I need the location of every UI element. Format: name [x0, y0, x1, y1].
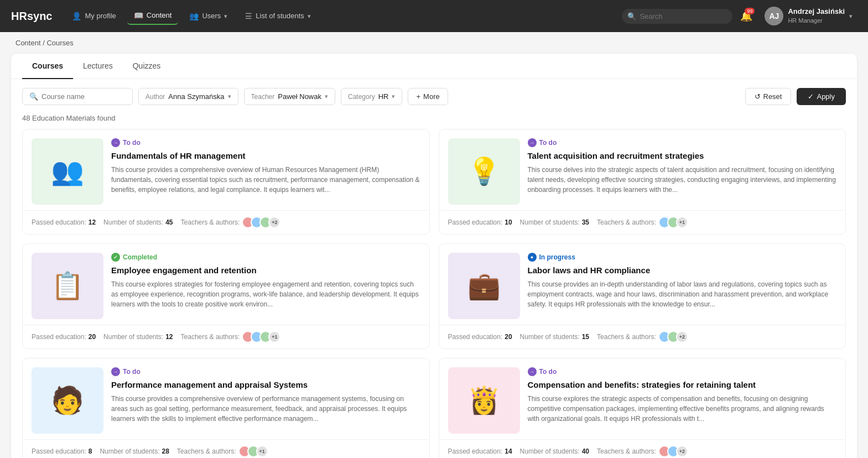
users-chevron-icon: ▾	[224, 13, 227, 20]
num-students-stat: Number of students: 45	[103, 218, 173, 226]
status-icon: ✓	[111, 253, 120, 262]
author-filter[interactable]: Author Anna Szymańska ▾	[138, 88, 238, 105]
category-chevron-icon: ▾	[392, 93, 395, 100]
course-footer: Passed education: 8 Number of students: …	[23, 439, 429, 458]
course-footer: Passed education: 12 Number of students:…	[23, 210, 429, 234]
status-label: In progress	[539, 253, 575, 261]
num-students-value: 35	[582, 218, 589, 226]
nav-content[interactable]: 📖 Content	[127, 8, 179, 25]
passed-education-value: 20	[89, 333, 96, 341]
course-card[interactable]: 💼 ● In progress Labor laws and HR compli…	[439, 243, 846, 349]
course-card[interactable]: 👸 → To do Compensation and benefits: str…	[439, 358, 846, 458]
avatar-plus: +1	[256, 445, 268, 457]
course-thumbnail: 🧑	[32, 367, 103, 434]
teachers-avatars: +2	[658, 331, 688, 343]
course-title: Performance management and appraisal Sys…	[111, 379, 420, 391]
passed-education-value: 14	[505, 447, 512, 455]
content-icon: 📖	[134, 11, 143, 20]
results-count: 48 Education Materials found	[11, 114, 857, 129]
status-label: To do	[539, 368, 557, 376]
teacher-filter[interactable]: Teacher Paweł Nowak ▾	[244, 88, 335, 105]
navbar: HRsync 👤 My profile 📖 Content 👥 Users ▾ …	[0, 0, 868, 32]
breadcrumb-root[interactable]: Content	[15, 39, 41, 47]
reset-icon: ↺	[755, 92, 761, 101]
teacher-filter-label: Teacher	[251, 93, 275, 101]
course-thumbnail: 💼	[448, 253, 520, 319]
reset-button[interactable]: ↺ Reset	[745, 88, 792, 105]
status-icon: →	[528, 367, 537, 376]
user-role: HR Manager	[788, 17, 845, 24]
num-students-label: Number of students:	[100, 447, 159, 455]
breadcrumb: Content / Courses	[0, 32, 868, 54]
teachers-avatars: +1	[238, 445, 268, 457]
status-label: To do	[123, 139, 141, 147]
apply-button[interactable]: ✓ Apply	[797, 88, 846, 105]
course-thumbnail: 👥	[32, 138, 103, 205]
main-card: Courses Lectures Quizzes 🔍 Author Anna S…	[11, 54, 857, 458]
course-card[interactable]: 💡 → To do Talent acquisition and recruit…	[439, 129, 846, 235]
user-menu[interactable]: AJ Andrzej Jasiński HR Manager ▾	[760, 4, 857, 28]
search-input[interactable]	[622, 9, 732, 24]
course-card[interactable]: 🧑 → To do Performance management and app…	[22, 358, 430, 458]
course-card-body: 💼 ● In progress Labor laws and HR compli…	[439, 244, 846, 325]
logo: HRsync	[11, 10, 52, 23]
teachers-authors-label: Teachers & authors:	[177, 447, 236, 455]
course-status: → To do	[111, 367, 420, 376]
more-filters-button[interactable]: + More	[408, 88, 448, 105]
filters-bar: 🔍 Author Anna Szymańska ▾ Teacher Paweł …	[11, 79, 857, 114]
course-footer: Passed education: 20 Number of students:…	[439, 325, 846, 348]
course-thumbnail: 📋	[32, 253, 103, 319]
category-filter-value: HR	[378, 92, 389, 101]
num-students-stat: Number of students: 28	[100, 447, 169, 455]
user-chevron-icon: ▾	[849, 13, 853, 20]
teachers-authors-stat: Teachers & authors: +1	[177, 445, 268, 457]
course-title: Compensation and benefits: strategies fo…	[528, 379, 837, 391]
course-card[interactable]: 📋 ✓ Completed Employee engagement and re…	[22, 243, 430, 349]
course-title: Employee engagement and retention	[111, 265, 420, 276]
notification-bell[interactable]: 🔔 99	[737, 7, 756, 25]
num-students-label: Number of students:	[103, 333, 163, 341]
num-students-value: 15	[582, 333, 589, 341]
students-chevron-icon: ▾	[308, 13, 311, 20]
teachers-authors-label: Teachers & authors:	[597, 218, 656, 226]
user-icon: 👤	[72, 12, 81, 20]
passed-education-label: Passed education:	[448, 447, 503, 455]
search-input[interactable]	[41, 92, 119, 101]
passed-education-stat: Passed education: 12	[32, 218, 96, 226]
num-students-value: 12	[165, 333, 173, 341]
tab-courses[interactable]: Courses	[22, 54, 73, 79]
num-students-value: 28	[162, 447, 169, 455]
passed-education-label: Passed education:	[32, 447, 86, 455]
num-students-stat: Number of students: 15	[520, 333, 589, 341]
teachers-authors-stat: Teachers & authors: +1	[181, 331, 281, 343]
num-students-stat: Number of students: 12	[103, 333, 173, 341]
tab-lectures[interactable]: Lectures	[73, 54, 123, 79]
avatar-plus: +2	[676, 445, 688, 457]
nav-my-profile[interactable]: 👤 My profile	[65, 8, 122, 24]
course-name-search[interactable]: 🔍	[22, 88, 133, 105]
course-card-body: 💡 → To do Talent acquisition and recruit…	[439, 129, 846, 210]
course-info: → To do Talent acquisition and recruitme…	[528, 138, 837, 205]
course-card-body: 👸 → To do Compensation and benefits: str…	[439, 358, 846, 439]
author-chevron-icon: ▾	[228, 93, 231, 100]
course-info: ● In progress Labor laws and HR complian…	[528, 253, 837, 319]
status-icon: →	[111, 138, 120, 147]
course-thumbnail: 💡	[448, 138, 520, 205]
nav-users[interactable]: 👥 Users ▾	[183, 8, 234, 24]
nav-list-of-students[interactable]: ☰ List of students ▾	[238, 8, 317, 24]
category-filter[interactable]: Category HR ▾	[341, 88, 402, 105]
num-students-label: Number of students:	[103, 218, 163, 226]
author-filter-value: Anna Szymańska	[168, 92, 224, 101]
teachers-authors-label: Teachers & authors:	[597, 447, 656, 455]
passed-education-stat: Passed education: 20	[32, 333, 96, 341]
course-card[interactable]: 👥 → To do Fundamentals of HR management …	[22, 129, 430, 235]
passed-education-value: 12	[89, 218, 96, 226]
check-icon: ✓	[808, 92, 814, 101]
passed-education-stat: Passed education: 20	[448, 333, 512, 341]
teachers-authors-label: Teachers & authors:	[181, 218, 240, 226]
course-title: Labor laws and HR compliance	[528, 265, 837, 276]
course-title: Fundamentals of HR management	[111, 150, 420, 162]
num-students-value: 40	[582, 447, 589, 455]
avatar-plus: +2	[268, 216, 280, 228]
tab-quizzes[interactable]: Quizzes	[123, 54, 171, 79]
